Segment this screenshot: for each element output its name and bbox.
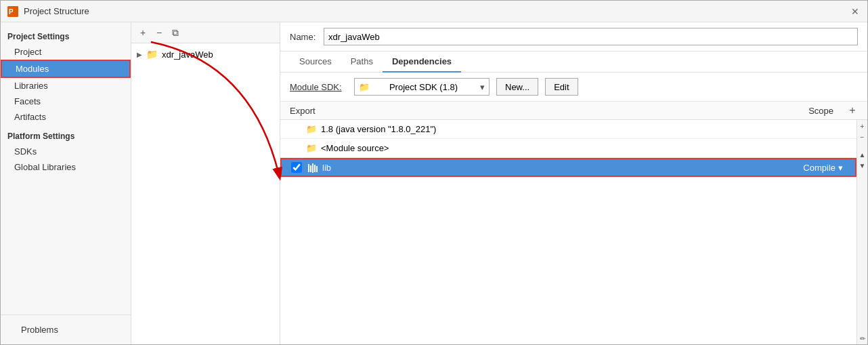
scroll-down-button[interactable]: ▼ — [858, 161, 867, 170]
sidebar-item-sdks[interactable]: SDKs — [1, 144, 131, 159]
dep-row-lib[interactable]: lib Compile ▾ — [280, 158, 856, 177]
module-item-xdr[interactable]: ▶ 📁 xdr_javaWeb — [131, 46, 280, 62]
sidebar-item-modules[interactable]: Modules — [1, 60, 131, 78]
right-panel: Name: Sources Paths Dependencies Module … — [280, 22, 867, 344]
sdk-select[interactable]: 📁 Project SDK (1.8) ▾ — [354, 78, 490, 96]
sidebar-item-problems[interactable]: Problems — [7, 322, 124, 338]
module-list: ▶ 📁 xdr_javaWeb — [131, 43, 280, 344]
sidebar: Project Settings Project Modules Librari… — [1, 22, 131, 344]
export-col-header: Export — [290, 106, 344, 116]
sdk-edit-button[interactable]: Edit — [545, 78, 578, 96]
tab-dependencies[interactable]: Dependencies — [383, 52, 461, 73]
right-scrollbar: + − ▲ ▼ ✏ — [856, 120, 867, 344]
deps-body: 📁 1.8 (java version "1.8.0_221") 📁 <Modu… — [280, 120, 856, 344]
name-row: Name: — [280, 22, 867, 52]
add-dep-button[interactable]: + — [849, 104, 855, 117]
module-toolbar: + − ⧉ — [131, 22, 280, 43]
edit-button[interactable]: ✏ — [858, 333, 867, 343]
dep-row-jdk[interactable]: 📁 1.8 (java version "1.8.0_221") — [280, 120, 856, 139]
project-settings-section: Project Settings — [1, 25, 131, 44]
title-bar-left: P Project Structure — [7, 6, 89, 17]
close-button[interactable]: ✕ — [850, 6, 861, 17]
svg-rect-5 — [314, 165, 316, 172]
tab-paths[interactable]: Paths — [341, 52, 383, 73]
title-bar: P Project Structure ✕ — [1, 1, 867, 22]
module-name: xdr_javaWeb — [162, 49, 213, 60]
scope-col-header: Scope — [808, 106, 847, 116]
sdk-dropdown-icon: ▾ — [480, 82, 485, 92]
scroll-up-button[interactable]: ▲ — [858, 150, 867, 159]
sdk-folder-icon: 📁 — [359, 82, 370, 92]
module-source-folder-icon: 📁 — [306, 143, 317, 153]
module-area: + − ⧉ ▶ 📁 xdr_javaWeb — [131, 22, 280, 344]
jdk-folder-icon: 📁 — [306, 124, 317, 134]
sdk-label: Module SDK: — [290, 82, 347, 92]
folder-icon: 📁 — [146, 49, 158, 60]
dependencies-table: Export Scope + 📁 1.8 (java version — [280, 102, 867, 344]
copy-module-button[interactable]: ⧉ — [168, 25, 183, 40]
dep-module-source-name: <Module source> — [321, 143, 844, 153]
sidebar-item-global-libraries[interactable]: Global Libraries — [1, 159, 131, 175]
deps-body-wrapper: 📁 1.8 (java version "1.8.0_221") 📁 <Modu… — [280, 120, 867, 344]
tabs-row: Sources Paths Dependencies — [280, 52, 867, 73]
svg-text:P: P — [9, 8, 14, 16]
dep-lib-scope: Compile ▾ — [803, 163, 846, 173]
platform-settings-section: Platform Settings — [1, 125, 131, 144]
name-label: Name: — [290, 32, 317, 42]
dep-lib-name: lib — [322, 163, 803, 173]
main-content: Project Settings Project Modules Librari… — [1, 22, 867, 344]
sidebar-item-libraries[interactable]: Libraries — [1, 78, 131, 94]
window-title: Project Structure — [24, 6, 89, 16]
dep-row-module-source[interactable]: 📁 <Module source> — [280, 139, 856, 158]
project-structure-window: P Project Structure ✕ Project Settings P… — [0, 0, 868, 345]
scroll-add-button[interactable]: + — [858, 121, 867, 131]
scroll-remove-button[interactable]: − — [858, 132, 867, 142]
sdk-value: Project SDK (1.8) — [389, 82, 458, 92]
svg-rect-4 — [312, 163, 313, 173]
sdk-row: Module SDK: 📁 Project SDK (1.8) ▾ New...… — [280, 73, 867, 102]
lib-icon — [307, 162, 318, 173]
svg-rect-2 — [308, 164, 309, 172]
dep-jdk-name: 1.8 (java version "1.8.0_221") — [321, 124, 844, 134]
sidebar-item-artifacts[interactable]: Artifacts — [1, 109, 131, 125]
expand-arrow-icon: ▶ — [137, 51, 142, 58]
app-icon: P — [7, 6, 18, 17]
sidebar-item-facets[interactable]: Facets — [1, 94, 131, 109]
dep-lib-scope-dropdown-icon[interactable]: ▾ — [838, 163, 843, 173]
tab-sources[interactable]: Sources — [290, 52, 341, 73]
problems-section: Problems — [1, 314, 131, 344]
deps-header: Export Scope + — [280, 102, 867, 120]
add-module-button[interactable]: + — [135, 25, 150, 40]
svg-rect-6 — [316, 166, 318, 172]
svg-rect-3 — [310, 165, 311, 172]
sdk-new-button[interactable]: New... — [496, 78, 538, 96]
sidebar-item-project[interactable]: Project — [1, 44, 131, 60]
lib-checkbox[interactable] — [291, 162, 302, 173]
remove-module-button[interactable]: − — [152, 25, 167, 40]
name-input[interactable] — [324, 28, 858, 45]
